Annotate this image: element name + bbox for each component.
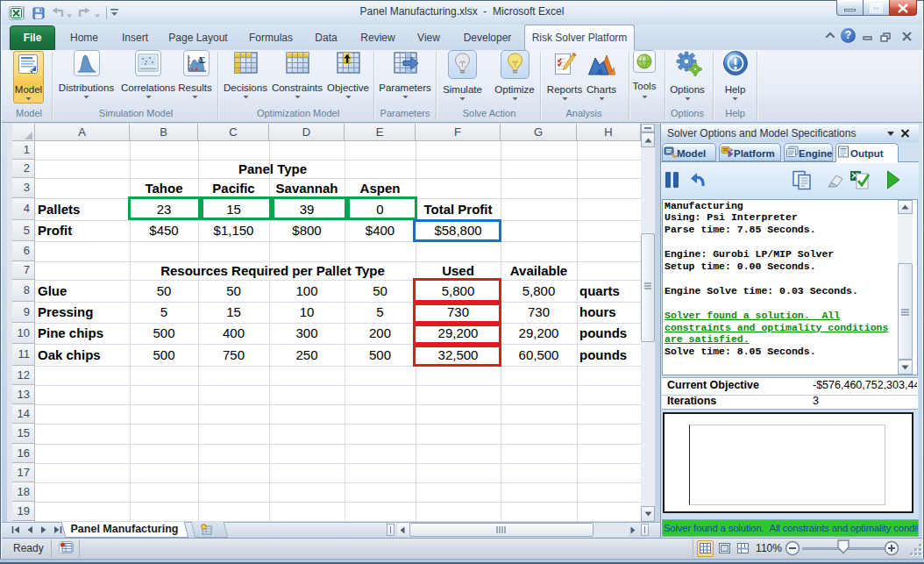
svg-text:Σ: Σ [199,54,205,65]
